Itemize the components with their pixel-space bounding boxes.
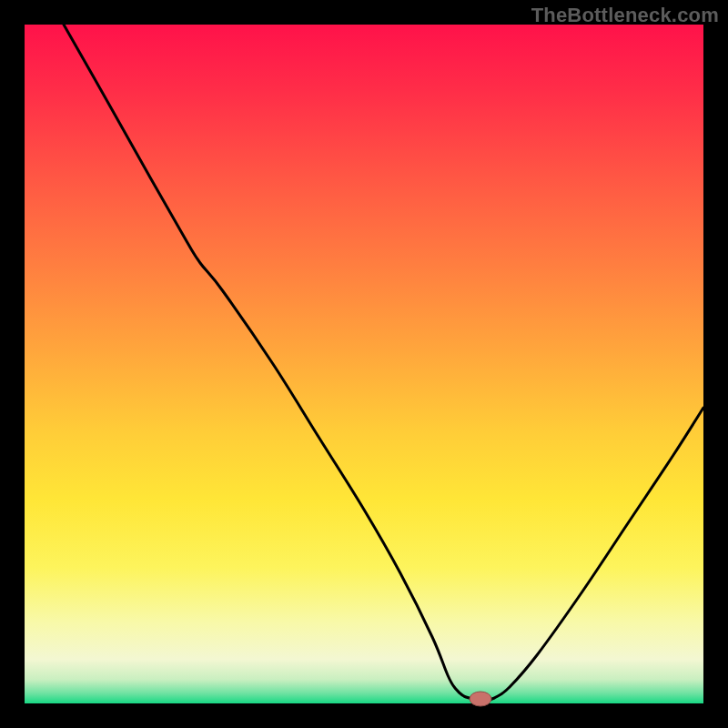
bottleneck-chart bbox=[0, 0, 728, 728]
plot-background bbox=[25, 25, 703, 703]
watermark-text: TheBottleneck.com bbox=[531, 4, 719, 27]
chart-frame: { "watermark": "TheBottleneck.com", "col… bbox=[0, 0, 728, 728]
optimal-marker bbox=[470, 692, 491, 706]
